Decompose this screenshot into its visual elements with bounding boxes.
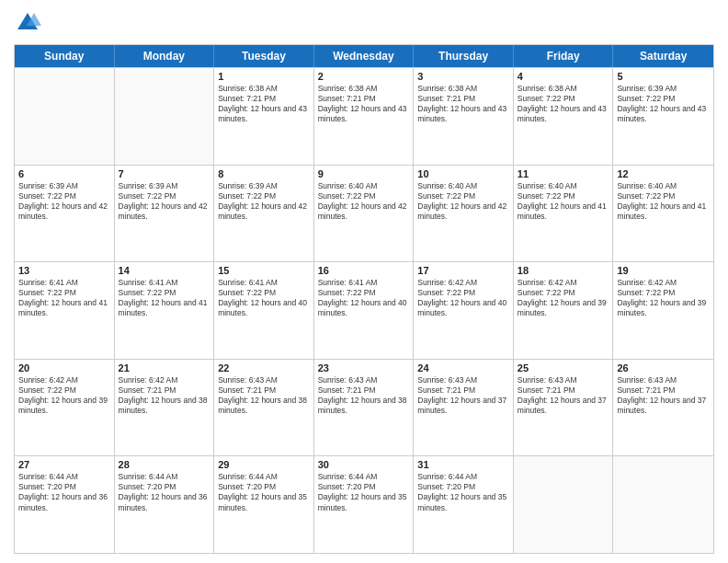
calendar-body: 1Sunrise: 6:38 AM Sunset: 7:21 PM Daylig… [15,67,713,553]
cell-info: Sunrise: 6:41 AM Sunset: 7:22 PM Dayligh… [318,278,410,318]
cal-cell-day-3: 3Sunrise: 6:38 AM Sunset: 7:21 PM Daylig… [414,68,514,165]
cell-info: Sunrise: 6:40 AM Sunset: 7:22 PM Dayligh… [617,181,710,222]
cell-info: Sunrise: 6:38 AM Sunset: 7:21 PM Dayligh… [318,84,410,124]
day-number: 26 [617,362,710,373]
cell-info: Sunrise: 6:39 AM Sunset: 7:22 PM Dayligh… [617,84,710,124]
day-number: 23 [318,362,410,373]
day-number: 15 [218,265,310,276]
header-day-friday: Friday [514,45,614,67]
header [14,9,714,37]
cal-cell-day-17: 17Sunrise: 6:42 AM Sunset: 7:22 PM Dayli… [414,262,514,359]
cell-info: Sunrise: 6:44 AM Sunset: 7:20 PM Dayligh… [318,472,410,512]
cal-cell-day-31: 31Sunrise: 6:44 AM Sunset: 7:20 PM Dayli… [414,456,514,553]
cal-cell-empty [115,68,215,165]
cell-info: Sunrise: 6:38 AM Sunset: 7:22 PM Dayligh… [518,84,609,124]
page: SundayMondayTuesdayWednesdayThursdayFrid… [0,0,728,563]
day-number: 14 [119,265,210,276]
cell-info: Sunrise: 6:39 AM Sunset: 7:22 PM Dayligh… [119,181,210,222]
cell-info: Sunrise: 6:44 AM Sunset: 7:20 PM Dayligh… [18,472,110,512]
cell-info: Sunrise: 6:39 AM Sunset: 7:22 PM Dayligh… [218,181,310,222]
cell-info: Sunrise: 6:42 AM Sunset: 7:21 PM Dayligh… [119,375,210,416]
cal-cell-day-16: 16Sunrise: 6:41 AM Sunset: 7:22 PM Dayli… [314,262,415,359]
cal-row-0: 1Sunrise: 6:38 AM Sunset: 7:21 PM Daylig… [15,67,713,165]
cell-info: Sunrise: 6:42 AM Sunset: 7:22 PM Dayligh… [18,375,110,416]
day-number: 30 [318,459,410,470]
cell-info: Sunrise: 6:39 AM Sunset: 7:22 PM Dayligh… [18,181,110,222]
cal-cell-day-2: 2Sunrise: 6:38 AM Sunset: 7:21 PM Daylig… [314,68,415,165]
header-day-tuesday: Tuesday [214,45,314,67]
cal-cell-day-20: 20Sunrise: 6:42 AM Sunset: 7:22 PM Dayli… [15,360,115,456]
cal-cell-day-22: 22Sunrise: 6:43 AM Sunset: 7:21 PM Dayli… [214,360,314,456]
day-number: 17 [417,265,509,276]
day-number: 5 [617,71,710,82]
cal-cell-day-19: 19Sunrise: 6:42 AM Sunset: 7:22 PM Dayli… [613,262,713,359]
cal-cell-day-18: 18Sunrise: 6:42 AM Sunset: 7:22 PM Dayli… [514,262,614,359]
header-day-saturday: Saturday [613,45,713,67]
cal-row-1: 6Sunrise: 6:39 AM Sunset: 7:22 PM Daylig… [15,165,713,262]
cal-cell-day-10: 10Sunrise: 6:40 AM Sunset: 7:22 PM Dayli… [414,166,514,262]
cal-cell-day-29: 29Sunrise: 6:44 AM Sunset: 7:20 PM Dayli… [214,456,314,553]
day-number: 27 [18,459,110,470]
cal-cell-day-27: 27Sunrise: 6:44 AM Sunset: 7:20 PM Dayli… [15,456,115,553]
calendar: SundayMondayTuesdayWednesdayThursdayFrid… [14,44,714,554]
cal-cell-day-24: 24Sunrise: 6:43 AM Sunset: 7:21 PM Dayli… [414,360,514,456]
day-number: 7 [119,168,210,179]
day-number: 12 [617,168,710,179]
cal-cell-day-28: 28Sunrise: 6:44 AM Sunset: 7:20 PM Dayli… [115,456,215,553]
cal-cell-day-12: 12Sunrise: 6:40 AM Sunset: 7:22 PM Dayli… [613,166,713,262]
day-number: 3 [417,71,509,82]
cell-info: Sunrise: 6:41 AM Sunset: 7:22 PM Dayligh… [218,278,310,318]
day-number: 18 [518,265,609,276]
day-number: 24 [417,362,509,373]
cal-cell-day-11: 11Sunrise: 6:40 AM Sunset: 7:22 PM Dayli… [514,166,614,262]
cell-info: Sunrise: 6:40 AM Sunset: 7:22 PM Dayligh… [417,181,509,222]
cell-info: Sunrise: 6:38 AM Sunset: 7:21 PM Dayligh… [218,84,310,124]
cell-info: Sunrise: 6:44 AM Sunset: 7:20 PM Dayligh… [417,472,509,512]
day-number: 21 [119,362,210,373]
day-number: 2 [318,71,410,82]
day-number: 11 [518,168,609,179]
cal-row-2: 13Sunrise: 6:41 AM Sunset: 7:22 PM Dayli… [15,261,713,359]
cal-row-4: 27Sunrise: 6:44 AM Sunset: 7:20 PM Dayli… [15,455,713,553]
cell-info: Sunrise: 6:38 AM Sunset: 7:21 PM Dayligh… [417,84,509,124]
cal-cell-day-1: 1Sunrise: 6:38 AM Sunset: 7:21 PM Daylig… [214,68,314,165]
day-number: 9 [318,168,410,179]
day-number: 13 [18,265,110,276]
cell-info: Sunrise: 6:43 AM Sunset: 7:21 PM Dayligh… [318,375,410,416]
cell-info: Sunrise: 6:41 AM Sunset: 7:22 PM Dayligh… [119,278,210,318]
day-number: 8 [218,168,310,179]
cal-cell-day-30: 30Sunrise: 6:44 AM Sunset: 7:20 PM Dayli… [314,456,415,553]
cell-info: Sunrise: 6:43 AM Sunset: 7:21 PM Dayligh… [218,375,310,416]
header-day-wednesday: Wednesday [314,45,415,67]
header-day-sunday: Sunday [15,45,115,67]
cal-cell-day-4: 4Sunrise: 6:38 AM Sunset: 7:22 PM Daylig… [514,68,614,165]
day-number: 22 [218,362,310,373]
cal-cell-day-25: 25Sunrise: 6:43 AM Sunset: 7:21 PM Dayli… [514,360,614,456]
cal-cell-day-14: 14Sunrise: 6:41 AM Sunset: 7:22 PM Dayli… [115,262,215,359]
day-number: 4 [518,71,609,82]
day-number: 10 [417,168,509,179]
cal-cell-empty [15,68,115,165]
day-number: 25 [518,362,609,373]
cal-cell-day-23: 23Sunrise: 6:43 AM Sunset: 7:21 PM Dayli… [314,360,415,456]
cal-cell-day-7: 7Sunrise: 6:39 AM Sunset: 7:22 PM Daylig… [115,166,215,262]
cell-info: Sunrise: 6:42 AM Sunset: 7:22 PM Dayligh… [518,278,609,318]
cal-cell-day-5: 5Sunrise: 6:39 AM Sunset: 7:22 PM Daylig… [613,68,713,165]
cal-cell-day-9: 9Sunrise: 6:40 AM Sunset: 7:22 PM Daylig… [314,166,415,262]
cal-cell-day-6: 6Sunrise: 6:39 AM Sunset: 7:22 PM Daylig… [15,166,115,262]
cell-info: Sunrise: 6:40 AM Sunset: 7:22 PM Dayligh… [518,181,609,222]
cal-cell-empty [514,456,614,553]
day-number: 20 [18,362,110,373]
cal-row-3: 20Sunrise: 6:42 AM Sunset: 7:22 PM Dayli… [15,359,713,456]
cal-cell-day-21: 21Sunrise: 6:42 AM Sunset: 7:21 PM Dayli… [115,360,215,456]
logo [14,9,45,37]
cell-info: Sunrise: 6:41 AM Sunset: 7:22 PM Dayligh… [18,278,110,318]
cell-info: Sunrise: 6:43 AM Sunset: 7:21 PM Dayligh… [518,375,609,416]
cell-info: Sunrise: 6:44 AM Sunset: 7:20 PM Dayligh… [119,472,210,512]
cal-cell-day-26: 26Sunrise: 6:43 AM Sunset: 7:21 PM Dayli… [613,360,713,456]
day-number: 1 [218,71,310,82]
cell-info: Sunrise: 6:40 AM Sunset: 7:22 PM Dayligh… [318,181,410,222]
cal-cell-empty [613,456,713,553]
cell-info: Sunrise: 6:42 AM Sunset: 7:22 PM Dayligh… [617,278,710,318]
cal-cell-day-13: 13Sunrise: 6:41 AM Sunset: 7:22 PM Dayli… [15,262,115,359]
